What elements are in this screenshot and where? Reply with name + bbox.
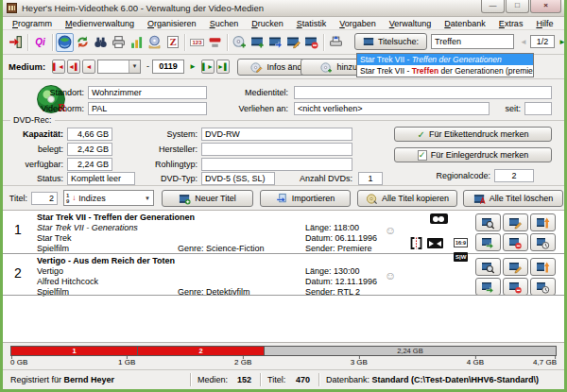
runtime-title-button[interactable] bbox=[530, 278, 556, 296]
export-title-button[interactable] bbox=[475, 233, 501, 251]
medium-select[interactable]: ▼ bbox=[97, 60, 141, 74]
app-window: Heyer's Heim-Videothek 6.00 - Verwaltung… bbox=[0, 0, 567, 392]
standort-field[interactable]: Wohnzimmer bbox=[88, 86, 207, 99]
dvd-rec-heading: DVD-Rec: bbox=[10, 115, 55, 125]
runtime-title-button[interactable] bbox=[530, 233, 556, 251]
window-title: Heyer's Heim-Videothek 6.00 - Verwaltung… bbox=[22, 3, 264, 13]
refresh-button[interactable] bbox=[74, 33, 92, 52]
listbar-icon bbox=[208, 35, 222, 49]
export-title-button[interactable] bbox=[475, 278, 501, 296]
search-next-icon[interactable]: ► bbox=[558, 38, 566, 46]
chevron-down-icon[interactable]: ▼ bbox=[145, 196, 150, 201]
menu-statistik[interactable]: Statistik bbox=[290, 18, 334, 29]
medientitel-field[interactable] bbox=[294, 86, 552, 99]
import-button[interactable]: Importieren bbox=[260, 190, 351, 207]
title-row-2[interactable]: 2 Vertigo - Aus dem Reich der Toten Vert… bbox=[3, 254, 564, 297]
film-edit-icon bbox=[286, 35, 301, 49]
media-info-panel: R Standort: Wohnzimmer Videonorm: PAL Me… bbox=[3, 80, 564, 120]
search-results-dropdown: Star Trek VII - Treffen der Generationen… bbox=[356, 53, 534, 77]
move-title-button[interactable] bbox=[530, 213, 556, 231]
censor-icon: Z bbox=[167, 36, 179, 48]
new-title-button[interactable]: Neuer Titel bbox=[162, 190, 253, 207]
titel-count-field[interactable]: 2 bbox=[31, 192, 58, 205]
search-result-option[interactable]: Star Trek VII - Treffen der Generationen… bbox=[357, 65, 533, 77]
search-result-option[interactable]: Star Trek VII - Treffen der Generationen bbox=[357, 54, 533, 65]
chevron-down-icon[interactable]: ▼ bbox=[129, 60, 140, 73]
cd-copy-icon bbox=[366, 193, 378, 205]
kapazitaet-field[interactable]: 4,66 GB bbox=[67, 128, 112, 141]
belegt-field[interactable]: 2,42 GB bbox=[67, 143, 112, 156]
delete-title-button-tb[interactable] bbox=[302, 33, 320, 52]
prev-jump-medium-button[interactable]: ◄▌ bbox=[67, 60, 80, 74]
add-medium-button[interactable] bbox=[231, 33, 249, 52]
edit-title-button-tb[interactable] bbox=[284, 33, 302, 52]
videonorm-field[interactable]: PAL bbox=[88, 102, 207, 115]
censor-button[interactable]: Z bbox=[163, 33, 181, 52]
capacity-segment-1: 1 bbox=[11, 347, 138, 355]
delete-all-titles-button[interactable]: Alle Titel löschen bbox=[463, 190, 563, 207]
view-title-button[interactable] bbox=[475, 258, 501, 276]
prev-medium-button[interactable]: ◄ bbox=[82, 60, 95, 74]
search-pager: 1/2 bbox=[530, 35, 555, 48]
etikettendruck-button[interactable]: ✓ Für Etikettendruck merken bbox=[394, 127, 552, 142]
counter-button[interactable]: 123 bbox=[188, 33, 206, 52]
listbar-button[interactable] bbox=[206, 33, 224, 52]
minimize-button[interactable]: — bbox=[481, 0, 505, 13]
search-prev-icon[interactable]: ◄ bbox=[520, 38, 527, 46]
title-original: Vertigo bbox=[37, 266, 63, 276]
delete-title-button[interactable] bbox=[503, 278, 528, 296]
system-field[interactable]: DVD-RW bbox=[201, 128, 352, 141]
maximize-button[interactable]: □ bbox=[506, 0, 529, 13]
exit-button[interactable] bbox=[7, 33, 25, 52]
film-icon bbox=[363, 36, 374, 47]
next-jump-medium-button[interactable]: ▌► bbox=[201, 60, 215, 74]
add-title-button-tb[interactable] bbox=[249, 33, 266, 52]
edit-title-button[interactable] bbox=[503, 213, 528, 231]
media-overview-button[interactable] bbox=[56, 33, 74, 52]
menu-medienverwaltung[interactable]: Medienverwaltung bbox=[59, 18, 141, 29]
import-title-button-tb[interactable] bbox=[266, 33, 284, 52]
next-medium-flat-icon[interactable]: ► bbox=[189, 62, 197, 71]
rohlingtyp-field[interactable] bbox=[201, 158, 352, 171]
last-medium-button[interactable]: ►▌ bbox=[216, 60, 230, 74]
regionalcode-field[interactable]: 2 bbox=[494, 169, 534, 182]
menu-organisieren[interactable]: Organisieren bbox=[141, 18, 203, 29]
menu-verwaltung[interactable]: Verwaltung bbox=[383, 18, 438, 29]
verfuegbar-field[interactable]: 2,24 GB bbox=[67, 158, 112, 171]
first-medium-button[interactable]: ▌◄ bbox=[52, 60, 65, 74]
film-export-icon bbox=[481, 236, 495, 249]
title-length: Länge: 118:00 bbox=[305, 223, 359, 232]
edit-title-button[interactable] bbox=[503, 258, 528, 276]
backup-button[interactable] bbox=[146, 33, 163, 52]
delete-title-button[interactable] bbox=[503, 233, 528, 251]
statistics-button[interactable] bbox=[128, 33, 146, 52]
seit-field[interactable] bbox=[524, 102, 552, 115]
menu-datenbank[interactable]: Datenbank bbox=[438, 18, 492, 29]
verfuegbar-label: verfügbar: bbox=[3, 160, 63, 169]
menu-drucken[interactable]: Drucken bbox=[245, 18, 290, 29]
medium-number-field[interactable]: 0119 bbox=[152, 60, 184, 74]
close-button[interactable]: × bbox=[530, 0, 561, 13]
hersteller-field[interactable] bbox=[201, 143, 352, 156]
menu-vorgaben[interactable]: Vorgaben bbox=[333, 18, 383, 29]
title-search-button[interactable]: Titelsuche: bbox=[354, 33, 427, 50]
view-title-button[interactable] bbox=[475, 213, 501, 231]
move-title-button[interactable] bbox=[530, 258, 556, 276]
sort-select[interactable]: 19 ↓ Indizes ▼ bbox=[63, 190, 154, 206]
menu-hilfe[interactable]: Hilfe bbox=[529, 18, 559, 29]
print-preview-button[interactable] bbox=[327, 33, 345, 52]
menu-extras[interactable]: Extras bbox=[492, 18, 530, 29]
copy-all-titles-button[interactable]: Alle Titel kopieren bbox=[357, 190, 457, 207]
einlegerdruck-button[interactable]: Für Einlegerdruck merken bbox=[394, 147, 552, 162]
dvdtyp-field[interactable]: DVD-5 (SS, SL) bbox=[201, 172, 275, 185]
title-row-1[interactable]: 1 Star Trek VII - Treffen der Generation… bbox=[3, 211, 564, 253]
menu-suchen[interactable]: Suchen bbox=[203, 18, 246, 29]
title-search-input[interactable] bbox=[431, 34, 514, 49]
anzahl-field[interactable]: 1 bbox=[358, 172, 383, 185]
print-button[interactable] bbox=[110, 33, 128, 52]
search-media-button[interactable] bbox=[92, 33, 110, 52]
menu-programm[interactable]: Programm bbox=[6, 18, 59, 29]
title-actions bbox=[475, 258, 556, 296]
verliehen-field[interactable]: <nicht verliehen> bbox=[294, 102, 490, 115]
quickinfo-button[interactable]: Qi bbox=[31, 33, 49, 52]
